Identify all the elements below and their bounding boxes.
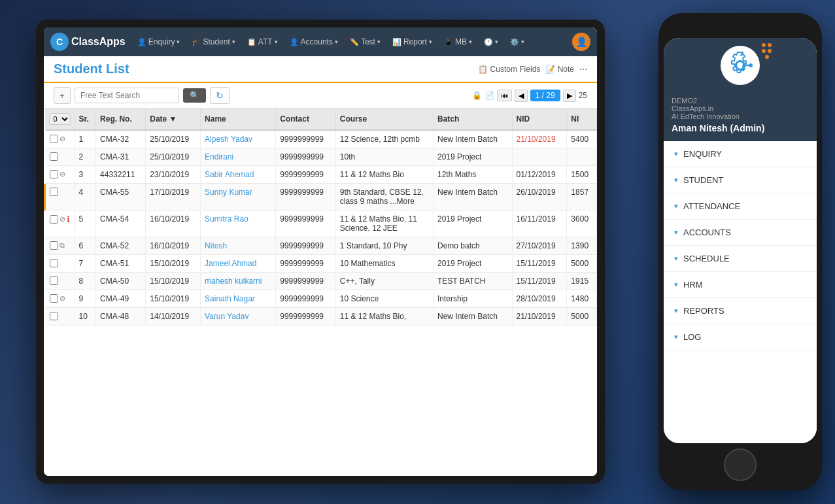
copy-icon[interactable]: ⧉	[60, 241, 65, 250]
phone-menu-item-reports[interactable]: ▾REPORTS	[664, 298, 817, 324]
row-checkbox[interactable]	[50, 170, 58, 178]
search-input[interactable]	[75, 88, 179, 103]
table-row: ⧉ 6 CMA-52 16/10/2019 Nitesh 9999999999 …	[45, 237, 597, 255]
cancel-icon[interactable]: ⊘	[60, 135, 65, 143]
page-header: Student List 📋 Custom Fields 📝 Note ⋯	[44, 56, 597, 83]
phone-menu-item-attendance[interactable]: ▾ATTENDANCE	[664, 193, 817, 220]
row-name[interactable]: Sainath Nagar	[201, 290, 276, 308]
row-name[interactable]: Varun Yadav	[201, 308, 276, 326]
row-ni: 5400	[567, 130, 597, 148]
row-checkbox[interactable]	[50, 259, 58, 267]
export-icon[interactable]: 📄	[485, 91, 494, 100]
row-checkbox[interactable]	[50, 188, 58, 196]
custom-fields-btn[interactable]: 📋 Custom Fields	[478, 65, 540, 74]
nav-accounts-label: Accounts	[301, 37, 333, 46]
col-batch: Batch	[433, 109, 512, 130]
nav-test[interactable]: ✏️ Test ▾	[345, 33, 386, 50]
row-name[interactable]: mahesh kulkarni	[201, 273, 276, 290]
col-sr: Sr.	[75, 109, 96, 130]
menu-caret: ▾	[674, 202, 678, 210]
row-checkbox-cell: ⊘	[45, 130, 75, 148]
row-date: 16/10/2019	[146, 210, 201, 237]
row-selector[interactable]: 0	[49, 113, 71, 125]
row-course: 12 Science, 12th pcmb	[335, 130, 433, 148]
row-checkbox[interactable]	[50, 241, 58, 250]
next-page-btn[interactable]: ▶	[563, 90, 576, 102]
phone-menu-item-enquiry[interactable]: ▾ENQUIRY	[664, 141, 817, 167]
table-row: ⊘ℹ 5 CMA-54 16/10/2019 Sumitra Rao 99999…	[45, 210, 597, 237]
phone-menu-item-student[interactable]: ▾STUDENT	[664, 167, 817, 193]
row-date: 15/10/2019	[146, 290, 201, 308]
row-nid: 15/11/2019	[512, 255, 567, 273]
row-checkbox-cell	[45, 273, 75, 290]
row-name[interactable]: Sumitra Rao	[201, 210, 276, 237]
col-course: Course	[335, 109, 433, 130]
att-caret: ▾	[275, 39, 278, 45]
row-ni: 1480	[567, 290, 597, 308]
row-name[interactable]: Alpesh Yadav	[201, 130, 276, 148]
nav-enquiry[interactable]: 👤 Enquiry ▾	[132, 33, 186, 50]
row-nid: 27/10/2019	[512, 237, 567, 255]
phone-screen: DEMO2 ClassApps.in AI EdTech Innovation …	[664, 38, 817, 443]
row-nid: 21/10/2019	[512, 130, 567, 148]
phone-notch	[714, 22, 766, 34]
row-name[interactable]: Sunny Kumar	[201, 184, 276, 210]
search-button[interactable]: 🔍	[183, 88, 206, 103]
phone-header	[664, 38, 817, 93]
nav-mb-label: MB	[455, 37, 467, 46]
row-course: 11 & 12 Maths Bio, 11 Science, 12 JEE	[335, 210, 433, 237]
table-row: 10 CMA-48 14/10/2019 Varun Yadav 9999999…	[45, 308, 597, 326]
row-name[interactable]: Nitesh	[201, 237, 276, 255]
row-name[interactable]: Jameel Ahmad	[201, 255, 276, 273]
row-checkbox[interactable]	[50, 135, 58, 143]
row-checkbox[interactable]	[50, 294, 58, 303]
prev-page-btn[interactable]: ◀	[515, 90, 528, 102]
menu-caret: ▾	[674, 254, 678, 263]
row-sr: 2	[75, 148, 96, 166]
first-page-btn[interactable]: ⏮	[497, 90, 512, 101]
row-contact: 9999999999	[276, 166, 336, 184]
nav-history[interactable]: 🕐 ▾	[479, 34, 503, 50]
accounts-icon: 👤	[290, 38, 299, 46]
row-reg: CMA-54	[96, 210, 146, 237]
phone-menu-item-hrm[interactable]: ▾HRM	[664, 272, 817, 298]
row-checkbox[interactable]	[50, 277, 58, 285]
phone-device: DEMO2 ClassApps.in AI EdTech Innovation …	[658, 13, 822, 490]
row-name[interactable]: Sabir Ahemad	[201, 166, 276, 184]
phone-menu-item-log[interactable]: ▾LOG	[664, 324, 817, 350]
row-checkbox-cell	[45, 308, 75, 326]
menu-label: ACCOUNTS	[683, 227, 731, 237]
brand[interactable]: C ClassApps	[50, 33, 126, 51]
nav-student[interactable]: 🎓 Student ▾	[186, 33, 240, 50]
note-btn[interactable]: 📝 Note	[545, 65, 574, 74]
page-current: 1	[536, 91, 540, 100]
mb-icon: 📱	[444, 38, 453, 46]
cancel-icon[interactable]: ⊘	[60, 215, 65, 224]
row-date: 15/10/2019	[146, 255, 201, 273]
refresh-button[interactable]: ↻	[210, 87, 230, 104]
row-name[interactable]: Endirani	[201, 148, 276, 166]
phone-menu-item-accounts[interactable]: ▾ACCOUNTS	[664, 220, 817, 246]
row-checkbox[interactable]	[50, 215, 58, 224]
nav-mb[interactable]: 📱 MB ▾	[439, 33, 477, 50]
row-nid: 16/11/2019	[512, 210, 567, 237]
more-btn[interactable]: ⋯	[579, 65, 587, 74]
nav-report[interactable]: 📊 Report ▾	[387, 33, 437, 50]
cancel-icon[interactable]: ⊘	[60, 170, 65, 178]
row-checkbox[interactable]	[50, 152, 58, 161]
table-row: ⊘ 9 CMA-49 15/10/2019 Sainath Nagar 9999…	[45, 290, 597, 308]
nav-att[interactable]: 📋 ATT ▾	[242, 33, 283, 50]
nav-accounts[interactable]: 👤 Accounts ▾	[284, 33, 343, 50]
row-course: 10th	[335, 148, 433, 166]
phone-menu-item-schedule[interactable]: ▾SCHEDULE	[664, 246, 817, 272]
nav-settings[interactable]: ⚙️ ▾	[505, 34, 530, 50]
add-button[interactable]: +	[54, 87, 71, 104]
cancel-icon[interactable]: ⊘	[60, 294, 65, 303]
enquiry-caret: ▾	[177, 39, 180, 45]
user-avatar[interactable]: 👤	[572, 33, 590, 51]
phone-home-button[interactable]	[724, 448, 757, 481]
row-checkbox[interactable]	[50, 312, 58, 320]
page-content: Student List 📋 Custom Fields 📝 Note ⋯ + …	[44, 56, 597, 476]
col-date[interactable]: Date ▼	[146, 109, 201, 130]
menu-caret: ▾	[674, 333, 678, 341]
